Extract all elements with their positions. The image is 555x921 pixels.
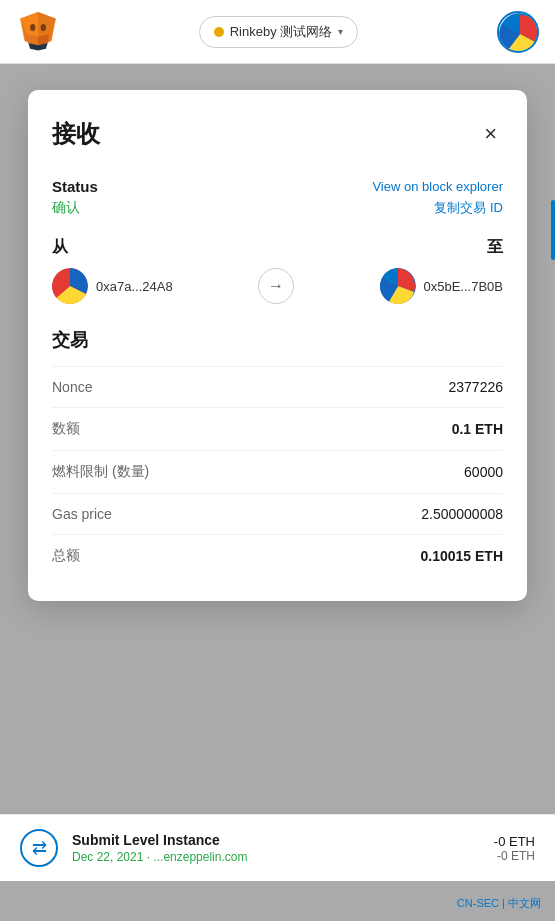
network-selector[interactable]: Rinkeby 测试网络 ▾ xyxy=(199,16,359,48)
copy-tx-id-button[interactable]: 复制交易 ID xyxy=(434,199,503,217)
tx-row-value: 2.500000008 xyxy=(421,506,503,522)
swap-icon: ⇄ xyxy=(20,829,58,867)
network-status-dot xyxy=(214,27,224,37)
tx-row: 数额0.1 ETH xyxy=(52,407,503,450)
from-to-labels: 从 至 xyxy=(52,237,503,258)
tx-row-value: 0.1 ETH xyxy=(452,421,503,437)
to-label: 至 xyxy=(487,237,503,258)
to-avatar xyxy=(380,268,416,304)
metamask-logo xyxy=(16,10,60,54)
modal-title: 接收 xyxy=(52,118,100,150)
bottom-tx-amount: -0 ETH xyxy=(494,834,535,849)
to-address-item: 0x5bE...7B0B xyxy=(380,268,504,304)
bottom-tx-info: Submit Level Instance Dec 22, 2021 · ...… xyxy=(72,832,480,864)
tx-row-label: Nonce xyxy=(52,379,92,395)
svg-point-8 xyxy=(41,24,46,31)
avatar-icon xyxy=(499,13,539,53)
watermark: CN-SEC | 中文网 xyxy=(457,896,541,911)
to-avatar-icon xyxy=(380,268,416,304)
chevron-down-icon: ▾ xyxy=(338,26,343,37)
address-row: 0xa7a...24A8 → 0x5bE...7B0B xyxy=(52,268,503,304)
from-address-item: 0xa7a...24A8 xyxy=(52,268,173,304)
from-avatar xyxy=(52,268,88,304)
bottom-tx-subtitle: Dec 22, 2021 · ...enzeppelin.com xyxy=(72,850,480,864)
transaction-modal: 接收 × Status View on block explorer 确认 复制… xyxy=(28,90,527,601)
from-address-text: 0xa7a...24A8 xyxy=(96,279,173,294)
close-button[interactable]: × xyxy=(478,121,503,147)
from-label: 从 xyxy=(52,237,68,258)
arrow-icon: → xyxy=(258,268,294,304)
confirm-row: 确认 复制交易 ID xyxy=(52,199,503,217)
tx-row: 总额0.10015 ETH xyxy=(52,534,503,577)
modal-header: 接收 × xyxy=(52,118,503,150)
view-explorer-link[interactable]: View on block explorer xyxy=(372,179,503,194)
topbar: Rinkeby 测试网络 ▾ xyxy=(0,0,555,64)
tx-row-value: 60000 xyxy=(464,464,503,480)
svg-point-7 xyxy=(30,24,35,31)
tx-section-title: 交易 xyxy=(52,328,503,352)
network-label: Rinkeby 测试网络 xyxy=(230,23,333,41)
tx-row-value: 0.10015 ETH xyxy=(421,548,504,564)
status-row: Status View on block explorer xyxy=(52,178,503,195)
bottom-tx-title: Submit Level Instance xyxy=(72,832,480,848)
tx-row: Nonce2377226 xyxy=(52,366,503,407)
tx-row-label: 数额 xyxy=(52,420,80,438)
tx-row-label: 总额 xyxy=(52,547,80,565)
status-label: Status xyxy=(52,178,98,195)
tx-rows-container: Nonce2377226数额0.1 ETH燃料限制 (数量)60000Gas p… xyxy=(52,366,503,577)
confirm-status-text: 确认 xyxy=(52,199,80,217)
bottom-tx-amount-sub: -0 ETH xyxy=(494,849,535,863)
bottom-tx-amounts: -0 ETH -0 ETH xyxy=(494,834,535,863)
from-avatar-icon xyxy=(52,268,88,304)
bottom-tx-item[interactable]: ⇄ Submit Level Instance Dec 22, 2021 · .… xyxy=(0,814,555,881)
tx-row: 燃料限制 (数量)60000 xyxy=(52,450,503,493)
tx-row-value: 2377226 xyxy=(448,379,503,395)
scrollbar[interactable] xyxy=(551,200,555,260)
account-avatar[interactable] xyxy=(497,11,539,53)
to-address-text: 0x5bE...7B0B xyxy=(424,279,504,294)
tx-row-label: 燃料限制 (数量) xyxy=(52,463,149,481)
tx-row: Gas price2.500000008 xyxy=(52,493,503,534)
tx-row-label: Gas price xyxy=(52,506,112,522)
